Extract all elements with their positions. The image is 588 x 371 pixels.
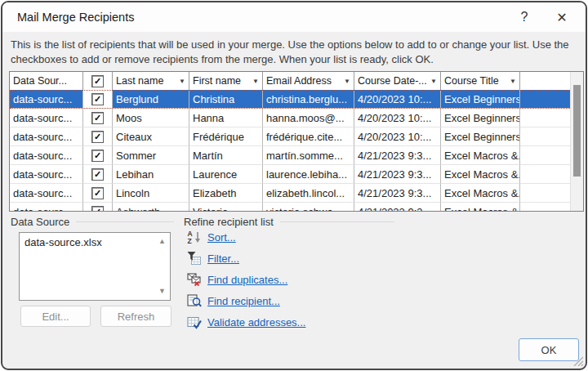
description-text: This is the list of recipients that will… xyxy=(11,38,581,68)
ok-button[interactable]: OK xyxy=(519,338,579,361)
table-row[interactable]: data-sourc... ✓ Sommer Martín martín.som… xyxy=(10,146,570,165)
column-header-last-name[interactable]: Last name▼ xyxy=(113,72,189,90)
cell-filler xyxy=(520,146,570,165)
cell-course-date: 4/20/2023 10:... xyxy=(354,127,441,146)
cell-first-name: Laurence xyxy=(189,165,263,184)
column-header-course-title[interactable]: Course Title▼ xyxy=(441,72,520,90)
filter-link-label[interactable]: Filter... xyxy=(207,253,239,265)
cell-last-name: Berglund xyxy=(113,90,189,109)
svg-text:Z: Z xyxy=(188,237,192,244)
recipient-table-body: data-sourc... ✓ Berglund Christina chris… xyxy=(10,90,570,212)
table-scrollbar[interactable] xyxy=(570,72,583,211)
recipient-checkbox[interactable]: ✓ xyxy=(91,187,104,199)
refresh-button[interactable]: Refresh xyxy=(100,306,172,327)
data-source-item[interactable]: data-source.xlsx xyxy=(20,233,170,248)
validate-addresses-link-label[interactable]: Validate addresses... xyxy=(207,316,305,329)
cell-filler xyxy=(520,90,570,109)
cell-checkbox[interactable]: ✓ xyxy=(83,184,113,203)
recipient-checkbox[interactable]: ✓ xyxy=(91,206,104,212)
sort-dropdown-icon[interactable]: ▼ xyxy=(428,78,437,85)
cell-checkbox[interactable]: ✓ xyxy=(83,109,113,127)
refine-group: Refine recipient list xyxy=(184,215,394,228)
find-recipient-link[interactable]: Find recipient... xyxy=(187,293,305,308)
filter-link[interactable]: Filter... xyxy=(187,251,305,266)
scroll-up-icon[interactable]: ▲ xyxy=(158,238,166,245)
cell-checkbox[interactable]: ✓ xyxy=(83,146,113,165)
recipient-table-header: Data Sour... ✓ Last name▼ First name▼ Em… xyxy=(10,72,583,91)
cell-data-source: data-sourc... xyxy=(10,109,83,127)
column-header-label: Course Title xyxy=(444,75,499,87)
sort-dropdown-icon[interactable]: ▼ xyxy=(507,78,516,85)
recipient-checkbox[interactable]: ✓ xyxy=(91,131,104,143)
scroll-down-icon[interactable]: ▼ xyxy=(158,288,166,295)
sort-link[interactable]: A Z Sort... xyxy=(187,230,305,244)
cell-course-title: Excel Beginners xyxy=(441,109,520,127)
sort-link-label[interactable]: Sort... xyxy=(207,231,236,244)
sort-dropdown-icon[interactable]: ▼ xyxy=(250,78,259,85)
column-header-label: Data Sour... xyxy=(13,75,67,87)
cell-first-name: Christina xyxy=(189,90,263,109)
cell-filler xyxy=(520,203,570,212)
column-header-course-date[interactable]: Course Date-...▼ xyxy=(354,72,441,90)
column-header-select-all[interactable]: ✓ xyxy=(83,72,113,90)
find-recipient-icon xyxy=(187,293,202,308)
title-bar[interactable]: Mail Merge Recipients ? ✕ xyxy=(2,2,586,32)
sort-dropdown-icon[interactable]: ▼ xyxy=(176,78,185,85)
help-icon: ? xyxy=(521,10,528,24)
select-all-checkbox[interactable]: ✓ xyxy=(91,75,104,87)
table-row[interactable]: data-sourc... ✓ Moos Hanna hanna.moos@..… xyxy=(10,109,570,127)
data-source-group-label: Data Source xyxy=(11,216,69,228)
title-bar-buttons: ? ✕ xyxy=(506,3,586,31)
find-duplicates-link-label[interactable]: Find duplicates... xyxy=(207,274,287,286)
cell-email-address: martín.somme... xyxy=(263,146,354,165)
refine-links: A Z Sort... Filter... xyxy=(187,230,305,329)
cell-course-title: Excel Macros &... xyxy=(441,203,520,212)
cell-data-source: data-sourc... xyxy=(10,90,83,109)
cell-filler xyxy=(520,127,570,146)
column-header-first-name[interactable]: First name▼ xyxy=(189,72,263,90)
find-recipient-link-label[interactable]: Find recipient... xyxy=(207,295,280,307)
table-row[interactable]: data-sourc... ✓ Ashworth Victoria victor… xyxy=(10,203,570,212)
resize-grip-icon[interactable] xyxy=(572,355,583,366)
cell-first-name: Martín xyxy=(189,146,263,165)
column-header-data-source[interactable]: Data Sour... xyxy=(10,72,83,90)
cell-course-date: 4/21/2023 9:3... xyxy=(354,184,441,203)
cell-checkbox[interactable]: ✓ xyxy=(83,90,113,109)
sort-dropdown-icon[interactable]: ▼ xyxy=(341,78,350,85)
close-icon: ✕ xyxy=(556,11,567,25)
filter-icon xyxy=(187,251,202,266)
data-source-group: Data Source xyxy=(11,215,174,228)
data-source-list[interactable]: data-source.xlsx ▲ ▼ xyxy=(19,232,171,301)
edit-button[interactable]: Edit... xyxy=(20,306,91,327)
validate-addresses-link[interactable]: Validate addresses... xyxy=(187,315,305,329)
cell-last-name: Moos xyxy=(113,109,189,127)
validate-addresses-icon xyxy=(187,315,202,329)
cell-checkbox[interactable]: ✓ xyxy=(83,127,113,146)
recipient-checkbox[interactable]: ✓ xyxy=(91,150,104,162)
screen: Mail Merge Recipients ? ✕ This is the li… xyxy=(0,0,588,371)
column-header-label: Email Address xyxy=(266,75,332,87)
cell-checkbox[interactable]: ✓ xyxy=(83,165,113,184)
cell-course-date: 4/21/2023 9:3... xyxy=(354,165,441,184)
table-row[interactable]: data-sourc... ✓ Lincoln Elizabeth elizab… xyxy=(10,184,570,203)
cell-email-address: elizabeth.lincol... xyxy=(263,184,354,203)
recipient-checkbox[interactable]: ✓ xyxy=(91,112,104,124)
cell-last-name: Ashworth xyxy=(113,203,189,212)
table-scrollbar-thumb[interactable] xyxy=(573,85,581,177)
cell-course-date: 4/20/2023 10:... xyxy=(354,109,441,127)
recipient-checkbox[interactable]: ✓ xyxy=(91,168,104,181)
help-button[interactable]: ? xyxy=(506,3,543,31)
close-button[interactable]: ✕ xyxy=(543,3,581,31)
table-row[interactable]: data-sourc... ✓ Lebihan Laurence laurenc… xyxy=(10,165,570,184)
cell-course-date: 4/21/2023 9:3... xyxy=(354,146,441,165)
find-duplicates-link[interactable]: Find duplicates... xyxy=(187,272,305,287)
cell-email-address: frédérique.cite... xyxy=(263,127,354,146)
column-header-email-address[interactable]: Email Address▼ xyxy=(263,72,354,90)
table-row[interactable]: data-sourc... ✓ Citeaux Frédérique frédé… xyxy=(10,127,570,146)
mail-merge-recipients-dialog: Mail Merge Recipients ? ✕ This is the li… xyxy=(1,1,587,370)
recipient-checkbox[interactable]: ✓ xyxy=(91,93,104,105)
table-row[interactable]: data-sourc... ✓ Berglund Christina chris… xyxy=(10,90,570,109)
group-divider xyxy=(76,221,174,222)
cell-checkbox[interactable]: ✓ xyxy=(83,203,113,212)
cell-email-address: hanna.moos@... xyxy=(263,109,354,127)
